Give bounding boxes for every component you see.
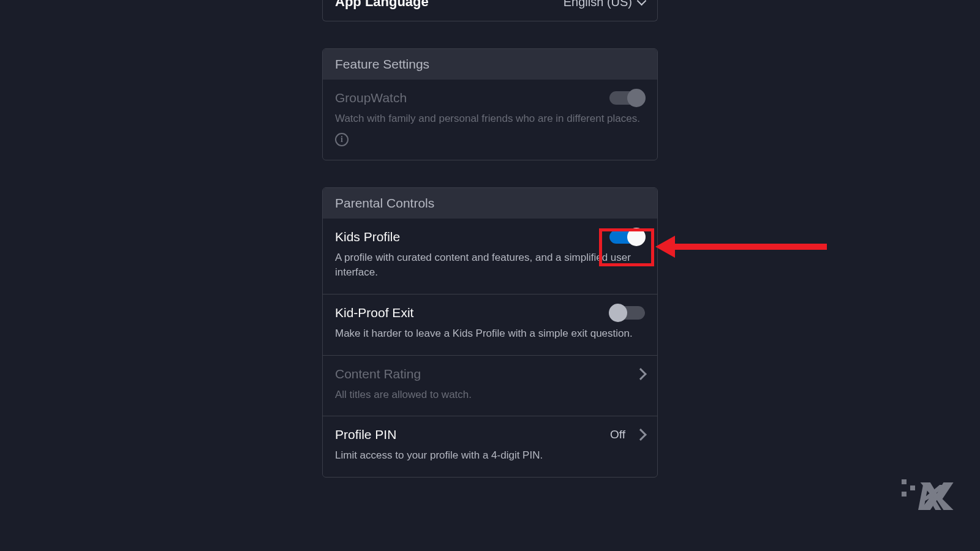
kids-profile-toggle[interactable]: [609, 230, 645, 244]
kids-profile-row: Kids Profile A profile with curated cont…: [323, 219, 657, 294]
svg-rect-0: [902, 479, 907, 484]
arrow-line: [674, 244, 827, 250]
kid-proof-exit-desc: Make it harder to leave a Kids Profile w…: [335, 326, 645, 342]
kid-proof-exit-row: Kid-Proof Exit Make it harder to leave a…: [323, 294, 657, 356]
feature-settings-header: Feature Settings: [323, 49, 657, 80]
svg-text:K: K: [918, 477, 946, 515]
info-icon[interactable]: i: [335, 133, 349, 146]
app-language-row[interactable]: App Language English (US): [323, 0, 657, 21]
watermark-logo: K: [902, 477, 956, 517]
profile-pin-value: Off: [610, 428, 625, 441]
chevron-right-icon: [635, 429, 647, 441]
groupwatch-desc: Watch with family and personal friends w…: [335, 111, 645, 127]
svg-rect-2: [902, 492, 907, 497]
parental-controls-card: Parental Controls Kids Profile A profile…: [322, 187, 658, 478]
content-rating-row[interactable]: Content Rating All titles are allowed to…: [323, 356, 657, 417]
chevron-down-icon: [637, 0, 647, 6]
groupwatch-row: GroupWatch Watch with family and persona…: [323, 80, 657, 160]
chevron-right-icon: [635, 368, 647, 380]
app-language-label: App Language: [335, 0, 429, 10]
kids-profile-desc: A profile with curated content and featu…: [335, 250, 645, 280]
profile-pin-row[interactable]: Profile PIN Off Limit access to your pro…: [323, 416, 657, 477]
kid-proof-exit-title: Kid-Proof Exit: [335, 305, 413, 320]
content-rating-desc: All titles are allowed to watch.: [335, 388, 645, 403]
content-rating-title: Content Rating: [335, 367, 421, 381]
profile-pin-title: Profile PIN: [335, 427, 396, 442]
arrow-head-icon: [655, 236, 675, 258]
kid-proof-exit-toggle[interactable]: [609, 306, 645, 320]
kids-profile-title: Kids Profile: [335, 230, 400, 244]
groupwatch-title: GroupWatch: [335, 91, 407, 105]
svg-rect-1: [910, 485, 915, 490]
app-language-value-text: English (US): [564, 0, 632, 9]
feature-settings-card: Feature Settings GroupWatch Watch with f…: [322, 48, 658, 160]
app-language-value: English (US): [564, 0, 645, 9]
profile-pin-desc: Limit access to your profile with a 4-di…: [335, 448, 645, 463]
groupwatch-toggle[interactable]: [609, 91, 645, 105]
parental-controls-header: Parental Controls: [323, 188, 657, 219]
app-language-card: App Language English (US): [322, 0, 658, 21]
